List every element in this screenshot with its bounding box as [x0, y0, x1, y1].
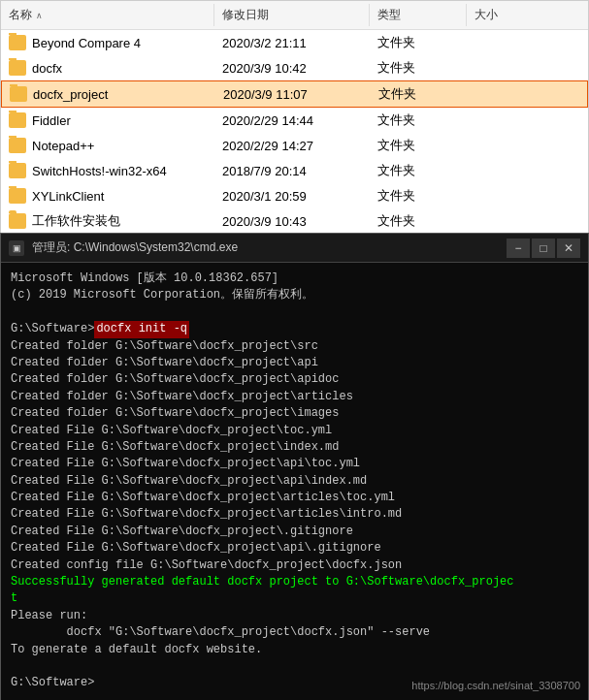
file-name-text: 工作软件安装包	[32, 212, 120, 230]
file-type-cell: 文件夹	[370, 32, 467, 53]
file-explorer: 名称 ∧ 修改日期 类型 大小 Beyond Compare 4 2020/3/…	[0, 0, 589, 252]
col-header-type[interactable]: 类型	[370, 4, 467, 26]
close-button[interactable]: ✕	[557, 239, 580, 258]
col-header-name[interactable]: 名称 ∧	[1, 4, 214, 26]
file-name-cell: SwitchHosts!-win32-x64	[1, 161, 214, 180]
file-size-cell	[467, 41, 544, 45]
cmd-command-highlighted: docfx init -q	[94, 321, 189, 337]
folder-icon	[10, 86, 27, 102]
file-name-text: docfx	[32, 61, 62, 76]
minimize-button[interactable]: −	[507, 239, 530, 258]
cmd-output-line: Created folder G:\Software\docfx_project…	[11, 389, 578, 405]
file-size-cell	[467, 219, 544, 223]
cmd-output-line: Created File G:\Software\docfx_project\a…	[11, 456, 578, 472]
folder-icon	[9, 112, 26, 128]
file-name-cell: Beyond Compare 4	[1, 33, 214, 52]
file-size-cell	[467, 169, 544, 173]
cmd-output-line: Created folder G:\Software\docfx_project…	[11, 405, 578, 422]
cmd-output-line: Created folder G:\Software\docfx_project…	[11, 338, 578, 355]
file-name-text: SwitchHosts!-win32-x64	[32, 164, 167, 178]
file-date-cell: 2020/3/9 11:07	[215, 85, 371, 104]
file-name-text: docfx_project	[33, 87, 108, 102]
folder-icon	[9, 188, 26, 204]
cmd-output-line: Created File G:\Software\docfx_project\a…	[11, 506, 578, 523]
cmd-output-line: Created File G:\Software\docfx_project\.…	[11, 524, 578, 540]
file-name-text: Beyond Compare 4	[32, 36, 141, 50]
file-date-cell: 2020/2/29 14:44	[214, 111, 370, 130]
col-header-size[interactable]: 大小	[467, 4, 544, 26]
cmd-controls: − □ ✕	[507, 239, 580, 258]
file-row[interactable]: SwitchHosts!-win32-x64 2018/7/9 20:14 文件…	[1, 158, 588, 183]
file-name-text: Notepad++	[32, 139, 94, 153]
file-row[interactable]: docfx 2020/3/9 10:42 文件夹	[1, 55, 588, 80]
file-size-cell	[467, 118, 544, 122]
file-name-cell: 工作软件安装包	[1, 210, 214, 232]
file-name-text: XYLinkClient	[32, 189, 104, 204]
file-date-cell: 2018/7/9 20:14	[214, 162, 370, 180]
cmd-body: Microsoft Windows [版本 10.0.18362.657] (c…	[1, 263, 588, 700]
file-size-cell	[467, 143, 544, 147]
file-type-cell: 文件夹	[370, 110, 467, 131]
cmd-output-line: Created folder G:\Software\docfx_project…	[11, 371, 578, 388]
cmd-blank-2	[11, 658, 578, 675]
cmd-prompt-1: G:\Software>	[11, 321, 94, 337]
cmd-output-line: Created File G:\Software\docfx_project\a…	[11, 473, 578, 490]
file-size-cell	[467, 66, 544, 70]
cmd-output-line: Created folder G:\Software\docfx_project…	[11, 355, 578, 371]
cmd-command-line: G:\Software> docfx init -q	[11, 321, 578, 337]
explorer-body: Beyond Compare 4 2020/3/2 21:11 文件夹 docf…	[1, 30, 588, 234]
cmd-title-text: 管理员: C:\Windows\System32\cmd.exe	[32, 239, 238, 256]
cmd-output-line: Created File G:\Software\docfx_project\a…	[11, 490, 578, 506]
file-date-cell: 2020/3/9 10:42	[214, 59, 370, 78]
folder-icon	[9, 60, 26, 76]
file-date-cell: 2020/3/9 10:43	[214, 212, 370, 231]
folder-icon	[9, 35, 26, 50]
file-name-cell: Notepad++	[1, 136, 214, 155]
file-name-cell: Fiddler	[1, 111, 214, 130]
file-type-cell: 文件夹	[370, 57, 467, 79]
cmd-output-line: Created File G:\Software\docfx_project\t…	[11, 423, 578, 439]
file-type-cell: 文件夹	[370, 185, 467, 207]
maximize-button[interactable]: □	[532, 239, 555, 258]
file-row[interactable]: XYLinkClient 2020/3/1 20:59 文件夹	[1, 183, 588, 208]
cmd-success-1: Successfully generated default docfx pro…	[11, 574, 578, 590]
cmd-success-2: t	[11, 590, 578, 607]
file-row[interactable]: docfx_project 2020/3/9 11:07 文件夹	[1, 80, 588, 108]
file-name-cell: docfx	[1, 58, 214, 78]
file-type-cell: 文件夹	[371, 83, 468, 105]
cmd-line-1: Microsoft Windows [版本 10.0.18362.657]	[11, 270, 578, 287]
watermark: https://blog.csdn.net/sinat_3308700	[411, 679, 580, 694]
cmd-output-block: Created folder G:\Software\docfx_project…	[11, 338, 578, 574]
file-date-cell: 2020/3/1 20:59	[214, 187, 370, 206]
file-type-cell: 文件夹	[370, 160, 467, 181]
cmd-icon: ▣	[9, 240, 24, 256]
cmd-window: ▣ 管理员: C:\Windows\System32\cmd.exe − □ ✕…	[0, 233, 589, 700]
file-row[interactable]: Beyond Compare 4 2020/3/2 21:11 文件夹	[1, 30, 588, 55]
cmd-titlebar: ▣ 管理员: C:\Windows\System32\cmd.exe − □ ✕	[1, 234, 588, 263]
cmd-output-line: Created File G:\Software\docfx_project\a…	[11, 540, 578, 557]
cmd-please-run: Please run:	[11, 608, 578, 624]
file-size-cell	[468, 92, 545, 96]
file-name-cell: docfx_project	[2, 84, 215, 104]
cmd-line-2: (c) 2019 Microsoft Corporation。保留所有权利。	[11, 287, 578, 303]
file-size-cell	[467, 194, 544, 198]
file-row[interactable]: Notepad++ 2020/2/29 14:27 文件夹	[1, 133, 588, 158]
folder-icon	[9, 163, 26, 178]
explorer-header: 名称 ∧ 修改日期 类型 大小	[1, 1, 588, 30]
cmd-blank-1	[11, 304, 578, 321]
file-name-text: Fiddler	[32, 113, 71, 128]
file-date-cell: 2020/3/2 21:11	[214, 34, 370, 52]
cmd-output-line: Created config file G:\Software\docfx_pr…	[11, 557, 578, 574]
file-type-cell: 文件夹	[370, 210, 467, 232]
file-name-cell: XYLinkClient	[1, 186, 214, 206]
file-row[interactable]: 工作软件安装包 2020/3/9 10:43 文件夹	[1, 208, 588, 234]
cmd-title-left: ▣ 管理员: C:\Windows\System32\cmd.exe	[9, 239, 238, 256]
folder-icon	[9, 138, 26, 153]
folder-icon	[9, 213, 26, 229]
sort-arrow-icon: ∧	[36, 11, 43, 20]
file-type-cell: 文件夹	[370, 135, 467, 156]
col-header-date[interactable]: 修改日期	[214, 4, 370, 26]
file-row[interactable]: Fiddler 2020/2/29 14:44 文件夹	[1, 108, 588, 133]
cmd-output-line: Created File G:\Software\docfx_project\i…	[11, 439, 578, 456]
file-date-cell: 2020/2/29 14:27	[214, 137, 370, 155]
